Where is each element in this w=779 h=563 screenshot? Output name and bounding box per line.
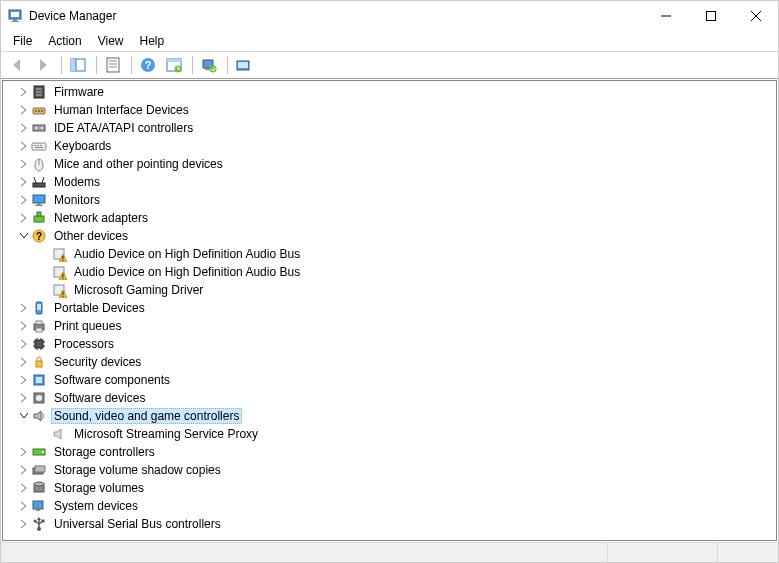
tree-node[interactable]: ?Other devices bbox=[7, 227, 776, 245]
chevron-right-icon[interactable] bbox=[17, 175, 31, 189]
tree-node[interactable]: Portable Devices bbox=[7, 299, 776, 317]
toolbar-forward-button bbox=[31, 54, 55, 76]
menu-action[interactable]: Action bbox=[40, 32, 89, 50]
toolbar-separator bbox=[96, 56, 97, 74]
tree-node-label: Sound, video and game controllers bbox=[51, 408, 242, 424]
tree-node[interactable]: Mice and other pointing devices bbox=[7, 155, 776, 173]
chevron-right-icon[interactable] bbox=[17, 355, 31, 369]
toolbar-help-button[interactable]: ? bbox=[136, 54, 160, 76]
svg-text:!: ! bbox=[62, 273, 64, 280]
svg-rect-50 bbox=[37, 212, 41, 216]
chevron-right-icon[interactable] bbox=[17, 103, 31, 117]
tree-node-label: Storage volumes bbox=[51, 480, 147, 496]
toolbar-update-driver-button[interactable] bbox=[162, 54, 186, 76]
chevron-right-icon[interactable] bbox=[17, 463, 31, 477]
svg-rect-63 bbox=[37, 304, 41, 310]
tree-node[interactable]: Keyboards bbox=[7, 137, 776, 155]
svg-line-44 bbox=[34, 177, 36, 183]
tree-node[interactable]: Monitors bbox=[7, 191, 776, 209]
chevron-right-icon[interactable] bbox=[17, 499, 31, 513]
menu-file[interactable]: File bbox=[5, 32, 40, 50]
tree-node-label: Audio Device on High Definition Audio Bu… bbox=[71, 246, 303, 262]
tree-node[interactable]: Software devices bbox=[7, 389, 776, 407]
maximize-button[interactable] bbox=[688, 1, 733, 31]
tree-node[interactable]: IDE ATA/ATAPI controllers bbox=[7, 119, 776, 137]
svg-rect-94 bbox=[42, 520, 45, 523]
toolbar-show-hide-tree-button[interactable] bbox=[66, 54, 90, 76]
chevron-right-icon[interactable] bbox=[17, 121, 31, 135]
tree-node-label: Processors bbox=[51, 336, 117, 352]
chevron-down-icon[interactable] bbox=[17, 409, 31, 423]
tree-node[interactable]: Processors bbox=[7, 335, 776, 353]
tree-node[interactable]: !Audio Device on High Definition Audio B… bbox=[7, 263, 776, 281]
other-icon: ? bbox=[31, 228, 47, 244]
chevron-right-icon[interactable] bbox=[17, 157, 31, 171]
svg-rect-3 bbox=[11, 21, 19, 22]
sound-icon bbox=[31, 408, 47, 424]
toolbar-back-button bbox=[5, 54, 29, 76]
chevron-right-icon[interactable] bbox=[17, 337, 31, 351]
warn-icon: ! bbox=[51, 282, 67, 298]
tree-node[interactable]: Storage volume shadow copies bbox=[7, 461, 776, 479]
printer-icon bbox=[31, 318, 47, 334]
tree-node[interactable]: Human Interface Devices bbox=[7, 101, 776, 119]
tree-node[interactable]: Firmware bbox=[7, 83, 776, 101]
tree-node[interactable]: Software components bbox=[7, 371, 776, 389]
tree-node[interactable]: Modems bbox=[7, 173, 776, 191]
tree-node[interactable]: Security devices bbox=[7, 353, 776, 371]
chevron-right-icon[interactable] bbox=[17, 139, 31, 153]
tree-node[interactable]: Storage controllers bbox=[7, 443, 776, 461]
svg-point-34 bbox=[35, 127, 37, 129]
svg-rect-32 bbox=[41, 110, 43, 112]
chevron-right-icon[interactable] bbox=[17, 391, 31, 405]
chevron-right-icon[interactable] bbox=[17, 319, 31, 333]
menu-view[interactable]: View bbox=[90, 32, 132, 50]
chevron-down-icon[interactable] bbox=[17, 229, 31, 243]
svg-text:!: ! bbox=[62, 291, 64, 298]
svg-rect-26 bbox=[36, 88, 42, 90]
toolbar-scan-hardware-button[interactable] bbox=[197, 54, 221, 76]
tree-node-label: Monitors bbox=[51, 192, 103, 208]
chevron-right-icon[interactable] bbox=[17, 211, 31, 225]
chevron-right-icon[interactable] bbox=[17, 373, 31, 387]
chevron-right-icon[interactable] bbox=[17, 517, 31, 531]
tree-node[interactable]: Print queues bbox=[7, 317, 776, 335]
close-button[interactable] bbox=[733, 1, 778, 31]
svg-rect-27 bbox=[36, 91, 42, 93]
svg-point-35 bbox=[41, 127, 43, 129]
svg-rect-9 bbox=[71, 59, 76, 71]
tree-node-label: Software components bbox=[51, 372, 173, 388]
tree-node[interactable]: Microsoft Streaming Service Proxy bbox=[7, 425, 776, 443]
chevron-right-icon[interactable] bbox=[17, 301, 31, 315]
menu-help[interactable]: Help bbox=[132, 32, 173, 50]
svg-rect-5 bbox=[706, 12, 715, 21]
chevron-right-icon[interactable] bbox=[17, 445, 31, 459]
tree-node-label: Security devices bbox=[51, 354, 144, 370]
minimize-button[interactable] bbox=[643, 1, 688, 31]
tree-node[interactable]: Universal Serial Bus controllers bbox=[7, 515, 776, 533]
device-tree[interactable]: FirmwareHuman Interface DevicesIDE ATA/A… bbox=[3, 81, 776, 540]
svg-rect-49 bbox=[34, 216, 44, 222]
svg-point-80 bbox=[36, 395, 42, 401]
tree-node[interactable]: !Audio Device on High Definition Audio B… bbox=[7, 245, 776, 263]
svg-rect-28 bbox=[36, 94, 42, 96]
toolbar-add-legacy-button[interactable] bbox=[232, 54, 256, 76]
chevron-right-icon[interactable] bbox=[17, 481, 31, 495]
chevron-right-icon[interactable] bbox=[17, 193, 31, 207]
tree-node[interactable]: Sound, video and game controllers bbox=[7, 407, 776, 425]
svg-rect-18 bbox=[167, 59, 181, 62]
hid-icon bbox=[31, 102, 47, 118]
tree-node[interactable]: Storage volumes bbox=[7, 479, 776, 497]
chevron-right-icon[interactable] bbox=[17, 85, 31, 99]
toolbar-properties-button[interactable] bbox=[101, 54, 125, 76]
tree-node[interactable]: Network adapters bbox=[7, 209, 776, 227]
svg-rect-39 bbox=[40, 145, 42, 146]
device-manager-icon bbox=[7, 8, 23, 24]
tree-node[interactable]: !Microsoft Gaming Driver bbox=[7, 281, 776, 299]
tree-node[interactable]: System devices bbox=[7, 497, 776, 515]
cpu-icon bbox=[31, 336, 47, 352]
titlebar: Device Manager bbox=[1, 1, 778, 31]
ide-icon bbox=[31, 120, 47, 136]
device-tree-container: FirmwareHuman Interface DevicesIDE ATA/A… bbox=[2, 80, 777, 541]
svg-rect-84 bbox=[35, 466, 45, 472]
